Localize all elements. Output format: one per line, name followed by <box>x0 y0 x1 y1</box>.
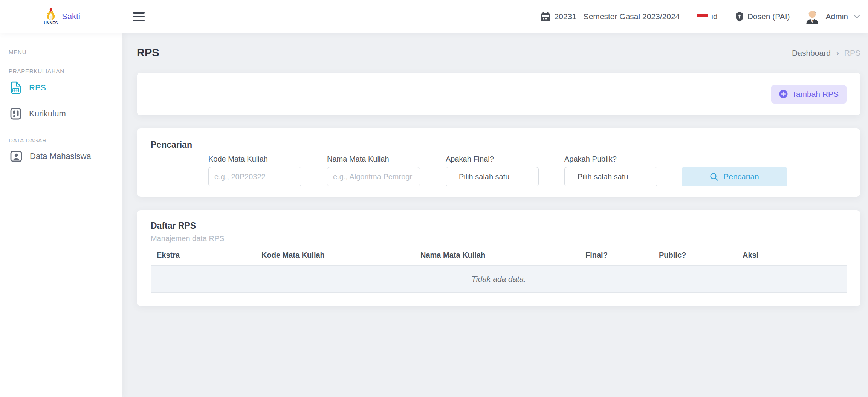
main-content: RPS Dashboard › RPS Tambah RPS Pencarian… <box>122 33 868 397</box>
breadcrumb-separator-icon: › <box>836 49 839 58</box>
sidebar-item-rps-label: RPS <box>29 83 46 93</box>
sidebar: MENU PRAPERKULIAHAN RPS Kurikulum DATA D… <box>0 33 122 397</box>
student-card-icon <box>10 151 22 162</box>
search-card: Pencarian Kode Mata Kuliah Nama Mata Kul… <box>137 128 860 197</box>
toolbar-card: Tambah RPS <box>137 73 860 115</box>
breadcrumb-dashboard[interactable]: Dashboard <box>792 49 831 58</box>
kanban-icon <box>10 108 21 120</box>
rps-table: Ekstra Kode Mata Kuliah Nama Mata Kuliah… <box>151 251 847 293</box>
breadcrumb-current: RPS <box>844 49 860 58</box>
file-spreadsheet-icon <box>10 81 21 94</box>
empty-row: Tidak ada data. <box>151 266 847 293</box>
username-label: Admin <box>825 12 848 21</box>
shield-icon <box>735 12 744 22</box>
user-menu[interactable]: Admin <box>804 8 860 25</box>
language-code: id <box>711 12 717 21</box>
kode-mata-kuliah-input[interactable] <box>208 167 301 186</box>
column-nama-mata-kuliah: Nama Mata Kuliah <box>414 251 579 266</box>
apakah-final-value: -- Pilih salah satu -- <box>452 173 517 181</box>
app-root: UNNES Sakti 20231 - Semester Gasal 2023/… <box>0 0 868 397</box>
page-title: RPS <box>137 47 159 59</box>
brand-link[interactable]: UNNES Sakti <box>0 7 122 26</box>
hamburger-icon <box>133 12 145 14</box>
avatar <box>804 8 821 25</box>
column-aksi: Aksi <box>737 251 847 266</box>
semester-selector[interactable]: 20231 - Semester Gasal 2023/2024 <box>541 12 680 22</box>
column-kode-mata-kuliah: Kode Mata Kuliah <box>255 251 414 266</box>
topbar-right: 20231 - Semester Gasal 2023/2024 id Dose… <box>541 8 868 25</box>
page-head: RPS Dashboard › RPS <box>137 33 860 73</box>
tambah-rps-label: Tambah RPS <box>792 90 839 99</box>
search-icon <box>710 173 718 181</box>
indonesia-flag-icon <box>697 14 708 20</box>
field-nama-mata-kuliah: Nama Mata Kuliah <box>327 155 420 186</box>
apakah-final-label: Apakah Final? <box>446 155 539 163</box>
nama-mata-kuliah-label: Nama Mata Kuliah <box>327 155 420 163</box>
column-public: Public? <box>653 251 737 266</box>
empty-message: Tidak ada data. <box>151 266 847 293</box>
role-selector[interactable]: Dosen (PAI) <box>735 12 790 22</box>
breadcrumb: Dashboard › RPS <box>792 49 860 58</box>
sidebar-item-data-mahasiswa-label: Data Mahasiswa <box>30 151 91 161</box>
chevron-down-icon <box>854 15 860 19</box>
tambah-rps-button[interactable]: Tambah RPS <box>771 85 847 104</box>
daftar-rps-title: Daftar RPS <box>151 221 847 231</box>
search-form: Kode Mata Kuliah Nama Mata Kuliah Apakah… <box>208 155 847 186</box>
sidebar-item-rps[interactable]: RPS <box>0 76 122 99</box>
sidebar-item-kurikulum[interactable]: Kurikulum <box>0 103 122 125</box>
field-apakah-final: Apakah Final? -- Pilih salah satu -- <box>446 155 539 186</box>
apakah-publik-select[interactable]: -- Pilih salah satu -- <box>564 167 657 186</box>
column-final: Final? <box>579 251 653 266</box>
apakah-publik-label: Apakah Publik? <box>564 155 657 163</box>
plus-circle-icon <box>779 90 788 98</box>
sidebar-group-data-dasar: DATA DASAR <box>9 137 122 144</box>
column-ekstra: Ekstra <box>151 251 255 266</box>
daftar-rps-card: Daftar RPS Manajemen data RPS Ekstra Kod… <box>137 210 860 306</box>
kode-mata-kuliah-label: Kode Mata Kuliah <box>208 155 301 163</box>
field-apakah-publik: Apakah Publik? -- Pilih salah satu -- <box>564 155 657 186</box>
search-title: Pencarian <box>151 140 847 150</box>
topbar: UNNES Sakti 20231 - Semester Gasal 2023/… <box>0 0 868 33</box>
apakah-publik-value: -- Pilih salah satu -- <box>570 173 635 181</box>
sidebar-item-data-mahasiswa[interactable]: Data Mahasiswa <box>0 146 122 167</box>
unnes-logo-icon <box>44 7 58 22</box>
language-selector[interactable]: id <box>697 12 717 21</box>
table-header-row: Ekstra Kode Mata Kuliah Nama Mata Kuliah… <box>151 251 847 266</box>
sidebar-item-kurikulum-label: Kurikulum <box>29 109 66 119</box>
pencarian-button[interactable]: Pencarian <box>682 167 787 186</box>
pencarian-button-label: Pencarian <box>723 172 759 181</box>
nama-mata-kuliah-input[interactable] <box>327 167 420 186</box>
sidebar-group-praperkuliahan: PRAPERKULIAHAN <box>9 68 122 74</box>
role-label: Dosen (PAI) <box>747 12 790 21</box>
university-name: UNNES <box>44 21 58 26</box>
daftar-rps-subtitle: Manajemen data RPS <box>151 234 847 243</box>
menu-toggle-button[interactable] <box>133 12 145 21</box>
semester-label: 20231 - Semester Gasal 2023/2024 <box>555 12 680 21</box>
unnes-logo: UNNES <box>44 7 58 26</box>
calendar-icon <box>541 12 550 22</box>
field-kode-mata-kuliah: Kode Mata Kuliah <box>208 155 301 186</box>
apakah-final-select[interactable]: -- Pilih salah satu -- <box>446 167 539 186</box>
sidebar-menu-label: MENU <box>9 33 122 55</box>
app-name: Sakti <box>62 12 80 21</box>
